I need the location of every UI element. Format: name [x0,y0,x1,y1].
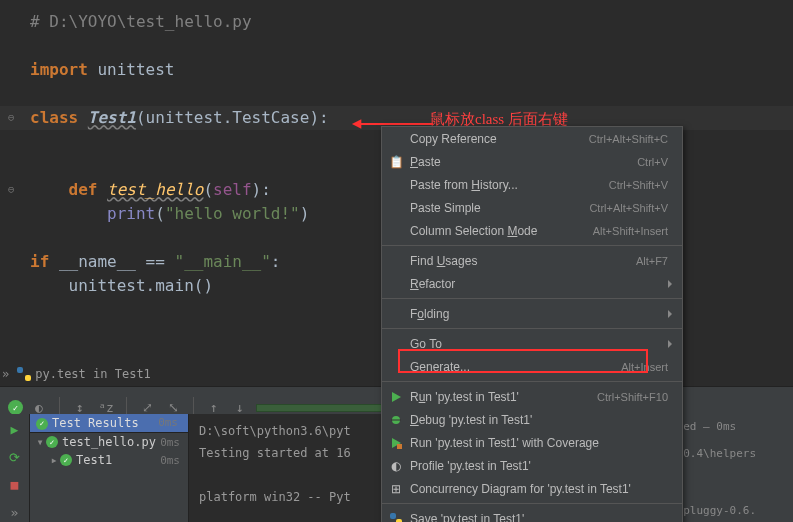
fold-icon[interactable]: ⊖ [8,178,15,202]
pin-icon[interactable]: » [5,503,25,523]
debug-icon [388,412,404,428]
menu-refactor[interactable]: Refactor [382,272,682,295]
profile-icon: ◐ [388,458,404,474]
coverage-icon [388,435,404,451]
menu-separator [382,503,682,504]
python-icon [17,367,31,381]
svg-marker-2 [392,392,401,402]
menu-run-coverage[interactable]: Run 'py.test in Test1' with Coverage [382,431,682,454]
menu-separator [382,298,682,299]
run-tab[interactable]: » py.test in Test1 [0,364,151,384]
chevron-right-icon: » [2,367,9,381]
run-icon [388,389,404,405]
menu-concurrency[interactable]: ⊞Concurrency Diagram for 'py.test in Tes… [382,477,682,500]
menu-save-config[interactable]: Save 'py.test in Test1' [382,507,682,522]
menu-separator [382,381,682,382]
context-menu: Copy ReferenceCtrl+Alt+Shift+C 📋PasteCtr… [381,126,683,522]
submenu-arrow-icon [668,280,672,288]
menu-paste-simple[interactable]: Paste SimpleCtrl+Alt+Shift+V [382,196,682,219]
run-side-toolbar: ▶ ⟳ ■ » [0,414,30,522]
tree-header[interactable]: ✓Test Results0ms [30,414,188,433]
test-tree: ✓Test Results0ms ▾✓test_hello.py0ms ▸✓Te… [30,414,188,522]
fold-icon[interactable]: ⊖ [8,106,15,130]
collapse-icon[interactable]: ▾ [34,435,46,449]
kw-import: import [30,60,88,79]
submenu-arrow-icon [668,340,672,348]
run-tab-title: py.test in Test1 [35,367,151,381]
python-icon [388,511,404,523]
status-ok-icon: ✓ [8,400,23,415]
rerun-icon[interactable]: ▶ [5,420,25,440]
menu-paste[interactable]: 📋PasteCtrl+V [382,150,682,173]
paste-icon: 📋 [388,154,404,170]
menu-separator [382,328,682,329]
stop-icon[interactable]: ■ [5,475,25,495]
menu-column-selection[interactable]: Column Selection ModeAlt+Shift+Insert [382,219,682,242]
menu-goto[interactable]: Go To [382,332,682,355]
svg-rect-6 [397,444,402,449]
menu-separator [382,245,682,246]
menu-folding[interactable]: Folding [382,302,682,325]
menu-profile[interactable]: ◐Profile 'py.test in Test1' [382,454,682,477]
menu-copy-reference[interactable]: Copy ReferenceCtrl+Alt+Shift+C [382,127,682,150]
comment-line: # D:\YOYO\test_hello.py [30,12,252,31]
class-name: Test1 [88,108,136,127]
expand-icon[interactable]: ▸ [48,453,60,467]
tree-class-node[interactable]: ▸✓Test10ms [30,451,188,469]
tree-file-node[interactable]: ▾✓test_hello.py0ms [30,433,188,451]
submenu-arrow-icon [668,310,672,318]
menu-run-pytest[interactable]: Run 'py.test in Test1'Ctrl+Shift+F10 [382,385,682,408]
menu-find-usages[interactable]: Find UsagesAlt+F7 [382,249,682,272]
menu-generate[interactable]: Generate...Alt+Insert [382,355,682,378]
rerun-failed-icon[interactable]: ⟳ [5,448,25,468]
menu-debug-pytest[interactable]: Debug 'py.test in Test1' [382,408,682,431]
concurrency-icon: ⊞ [388,481,404,497]
menu-paste-history[interactable]: Paste from History...Ctrl+Shift+V [382,173,682,196]
method-name: test_hello [107,180,203,199]
